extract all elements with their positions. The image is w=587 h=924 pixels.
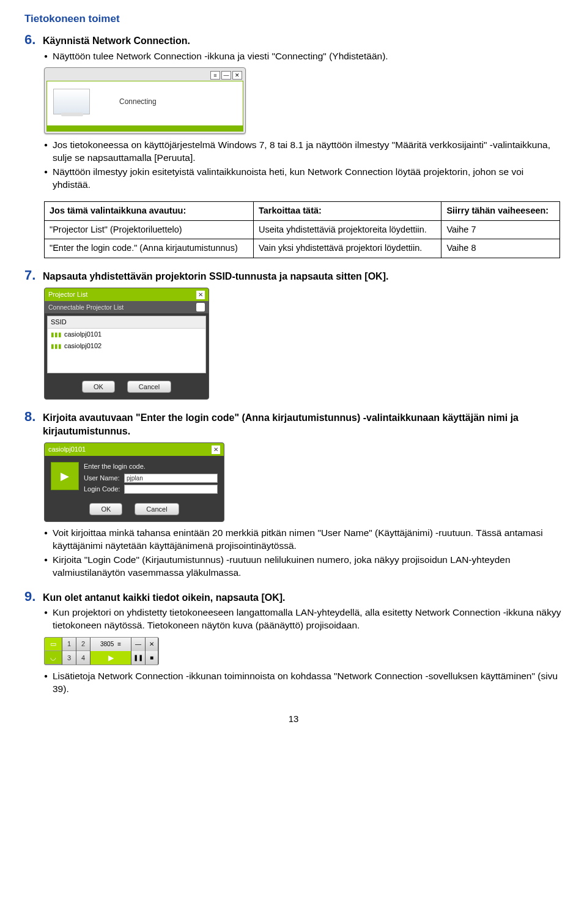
computer-icon [53, 89, 90, 114]
th-goto: Siirry tähän vaiheeseen: [441, 202, 560, 221]
close-icon[interactable]: ✕ [196, 291, 205, 299]
tb-wifi-icon[interactable]: ◡ [45, 651, 62, 665]
tb-min-icon[interactable]: — [131, 638, 145, 651]
close-icon[interactable]: ✕ [212, 445, 220, 454]
signal-icon: ▮▮▮ [51, 342, 62, 351]
cell: "Projector List" (Projektoriluettelo) [45, 220, 254, 239]
step9-bullet-2: Lisätietoja Network Connection -ikkunan … [44, 670, 563, 696]
ok-button[interactable]: OK [82, 381, 115, 393]
step8-bullet-1: Voit kirjoittaa minkä tahansa enintään 2… [44, 527, 563, 553]
plist-item[interactable]: ▮▮▮ casiolpj0102 [48, 340, 205, 352]
cell: "Enter the login code." (Anna kirjautumi… [45, 239, 254, 258]
step8-num: 8. [24, 409, 39, 423]
tb-screen-icon[interactable]: ▭ [45, 638, 62, 651]
step9-num: 9. [24, 589, 39, 603]
step9-label: Kun olet antanut kaikki tiedot oikein, n… [43, 589, 286, 605]
th-dialog: Jos tämä valintaikkuna avautuu: [45, 202, 254, 221]
step-9: 9. Kun olet antanut kaikki tiedot oikein… [24, 589, 563, 696]
step6-bullet-1: Näyttöön tulee Network Connection -ikkun… [44, 50, 563, 63]
step8-bullet-2: Kirjoita "Login Code" (Kirjautumistunnus… [44, 554, 563, 579]
plist-column-ssid: SSID [48, 316, 205, 329]
logincode-input[interactable] [124, 485, 218, 494]
plist-item[interactable]: ▮▮▮ casiolpj0101 [48, 329, 205, 340]
ok-button[interactable]: OK [89, 503, 122, 515]
login-code-window: casiolpj0101 ✕ ▶ Enter the login code. U… [44, 442, 224, 522]
projector-icon: ▶ [51, 462, 79, 490]
stop-button[interactable]: ■ [146, 651, 158, 665]
plist-subtitle: Connectable Projector List [48, 303, 124, 311]
step6-label: Käynnistä Network Connection. [43, 32, 190, 48]
step8-label: Kirjoita avautuvaan "Enter the login cod… [43, 409, 563, 438]
connecting-window: ≡ — ✕ Connecting [44, 67, 246, 134]
step-6: 6. Käynnistä Network Connection. Näyttöö… [24, 32, 563, 192]
step9-bullet-1: Kun projektori on yhdistetty tietokonees… [44, 606, 563, 632]
step6-num: 6. [24, 32, 39, 47]
cell: Vaihe 7 [441, 220, 560, 239]
table-row: "Projector List" (Projektoriluettelo) Us… [45, 220, 560, 239]
table-row: "Enter the login code." (Anna kirjautumi… [45, 239, 560, 258]
logincode-label: Login Code: [84, 485, 122, 494]
network-connection-toolbar: ▭ ◡ 1 3 2 4 3805 ≡ ▶ — ❚❚ [44, 637, 159, 665]
cancel-button[interactable]: Cancel [135, 503, 179, 515]
tb-id-value: 3805 [100, 640, 114, 649]
tb-layout-2[interactable]: 2 [76, 638, 90, 651]
username-input[interactable]: pjplan [124, 474, 218, 483]
cancel-button[interactable]: Cancel [127, 381, 171, 393]
projector-list-window: Projector List ✕ Connectable Projector L… [44, 288, 209, 400]
th-meaning: Tarkoittaa tätä: [254, 202, 441, 221]
step7-num: 7. [24, 268, 39, 282]
signal-icon: ▮▮▮ [51, 330, 62, 339]
tb-layout-1[interactable]: 1 [62, 638, 76, 651]
plist-title: Projector List [48, 290, 87, 299]
tb-layout-4[interactable]: 4 [76, 651, 90, 665]
step7-label: Napsauta yhdistettävän projektorin SSID-… [43, 268, 388, 283]
win-close-icon[interactable]: ✕ [232, 71, 242, 80]
username-label: User Name: [84, 474, 122, 483]
step-7: 7. Napsauta yhdistettävän projektorin SS… [24, 268, 563, 400]
cell: Vain yksi yhdistettävä projektori löydet… [254, 239, 441, 258]
play-button[interactable]: ▶ [90, 651, 131, 665]
plist-item-label: casiolpj0101 [64, 330, 102, 339]
step-8: 8. Kirjoita avautuvaan "Enter the login … [24, 409, 563, 579]
win-min-icon[interactable]: — [221, 71, 231, 80]
win-info-icon[interactable]: ≡ [210, 71, 220, 80]
login-title: casiolpj0101 [48, 445, 86, 454]
section-title: Tietokoneen toimet [24, 12, 563, 26]
pause-button[interactable]: ❚❚ [131, 651, 145, 665]
connecting-status: Connecting [119, 97, 157, 106]
plist-item-label: casiolpj0102 [64, 341, 102, 351]
cell: Useita yhdistettäviä projektoreita löyde… [254, 220, 441, 239]
refresh-icon[interactable] [196, 303, 205, 311]
login-msg: Enter the login code. [84, 462, 218, 471]
cell: Vaihe 8 [441, 239, 560, 258]
step6-bullet-3: Näyttöön ilmestyy jokin esitetyistä vali… [44, 166, 563, 192]
tb-info-icon[interactable]: ≡ [117, 640, 121, 649]
page-number: 13 [24, 713, 563, 725]
tb-layout-3[interactable]: 3 [62, 651, 76, 665]
step6-bullet-2: Jos tietokoneessa on käyttöjärjestelmä W… [44, 139, 563, 165]
dialog-choice-table: Jos tämä valintaikkuna avautuu: Tarkoitt… [44, 201, 560, 258]
tb-close-icon[interactable]: ✕ [146, 638, 158, 651]
